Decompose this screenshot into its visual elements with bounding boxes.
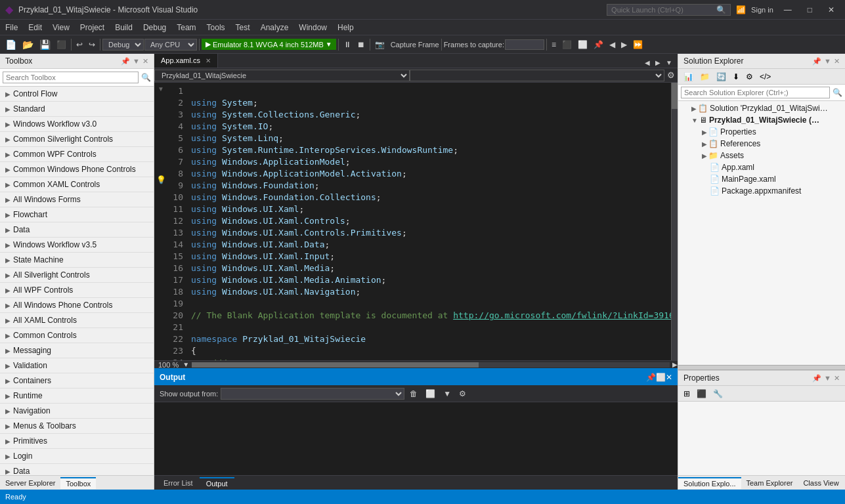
- tab-close-app[interactable]: ✕: [206, 57, 211, 64]
- solution-arrow[interactable]: ▶: [691, 105, 697, 112]
- code-content[interactable]: using System; using System.Collections.G…: [186, 83, 671, 360]
- collapse-marker[interactable]: ▼: [158, 85, 164, 93]
- toolbox-section-header-12[interactable]: ▶ All Silverlight Controls: [0, 268, 154, 282]
- toolbox-pin-icon[interactable]: 📌: [121, 57, 130, 66]
- toolbox-close-icon[interactable]: ✕: [142, 57, 148, 66]
- menu-debug[interactable]: Debug: [138, 21, 171, 34]
- menu-build[interactable]: Build: [110, 21, 138, 34]
- toolbox-section-header-6[interactable]: ▶ Common XAML Controls: [0, 177, 154, 192]
- toolbar-extra-btn4[interactable]: 📌: [591, 39, 606, 51]
- pause-btn[interactable]: ⏸: [341, 39, 354, 51]
- toolbar-extra-btn2[interactable]: ⬛: [559, 39, 574, 51]
- props-events-btn[interactable]: 🔧: [710, 388, 726, 400]
- toolbox-section-header-17[interactable]: ▶ Messaging: [0, 343, 154, 358]
- se-tab-class[interactable]: Class View: [798, 478, 844, 488]
- server-explorer-tab[interactable]: Server Explorer: [0, 478, 60, 488]
- toolbox-section-header-16[interactable]: ▶ Common Controls: [0, 328, 154, 343]
- se-properties-btn[interactable]: 📊: [681, 71, 696, 83]
- editor-options-btn[interactable]: ⚙: [664, 70, 678, 80]
- toolbox-section-header-3[interactable]: ▶ Common Silverlight Controls: [0, 132, 154, 146]
- output-pin-btn[interactable]: 📌: [646, 373, 656, 382]
- redo-btn[interactable]: ↪: [86, 39, 98, 51]
- menu-project[interactable]: Project: [75, 21, 110, 34]
- file-nav-right[interactable]: [410, 70, 665, 81]
- menu-window[interactable]: Window: [293, 21, 332, 34]
- toolbox-section-header-11[interactable]: ▶ State Machine: [0, 253, 154, 267]
- toolbox-section-header-2[interactable]: ▶ Windows Workflow v3.0: [0, 117, 154, 131]
- tree-mainpage-xaml[interactable]: 📄 MainPage.xaml: [678, 173, 845, 185]
- tab-error-list[interactable]: Error List: [157, 478, 200, 488]
- close-btn[interactable]: ✕: [823, 4, 840, 16]
- se-tab-solution[interactable]: Solution Explo...: [678, 477, 741, 489]
- run-btn[interactable]: ▶ Emulator 8.1 WVGA 4 inch 512MB ▼: [202, 39, 336, 50]
- props-grid-btn[interactable]: ⊞: [681, 388, 693, 400]
- toolbar-extra-btn3[interactable]: ⬜: [575, 39, 590, 51]
- props-close[interactable]: ✕: [834, 374, 840, 383]
- se-settings-btn[interactable]: ⚙: [743, 71, 756, 83]
- menu-tools[interactable]: Tools: [202, 21, 230, 34]
- output-source-select[interactable]: [221, 388, 404, 400]
- toolbox-section-header-8[interactable]: ▶ Flowchart: [0, 207, 154, 222]
- toolbox-section-header-18[interactable]: ▶ Validation: [0, 358, 154, 373]
- new-project-btn[interactable]: 📄: [3, 38, 19, 51]
- zoom-dropdown[interactable]: ▼: [183, 361, 189, 368]
- toolbox-section-header-5[interactable]: ▶ Common Windows Phone Controls: [0, 162, 154, 177]
- save-all-btn[interactable]: ⬛: [54, 39, 69, 51]
- output-wrap-btn[interactable]: ⬜: [423, 388, 438, 400]
- toolbox-section-header-15[interactable]: ▶ All XAML Controls: [0, 313, 154, 327]
- toolbox-section-header-14[interactable]: ▶ All Windows Phone Controls: [0, 298, 154, 312]
- tree-properties[interactable]: ▶ 📄 Properties: [678, 126, 845, 138]
- se-tab-team[interactable]: Team Explorer: [741, 478, 798, 488]
- hscroll-right[interactable]: ▶: [672, 361, 678, 368]
- file-nav-left[interactable]: Przyklad_01_WitajSwiecie: [154, 70, 410, 81]
- props-pin[interactable]: 📌: [812, 374, 821, 383]
- open-btn[interactable]: 📂: [20, 38, 36, 51]
- tree-app-xaml[interactable]: 📄 App.xaml: [678, 161, 845, 173]
- toolbox-section-header-25[interactable]: ▶ Data: [0, 464, 154, 475]
- output-settings-btn[interactable]: ⚙: [456, 388, 469, 400]
- toolbox-section-header-21[interactable]: ▶ Navigation: [0, 404, 154, 418]
- toolbox-section-header-22[interactable]: ▶ Menus & Toolbars: [0, 419, 154, 433]
- tree-project[interactable]: ▼ 🖥 Przyklad_01_WitajSwiecie (Window: [678, 114, 845, 126]
- props-options[interactable]: ▼: [824, 374, 831, 383]
- se-show-files-btn[interactable]: 📁: [697, 71, 712, 83]
- menu-analyze[interactable]: Analyze: [255, 21, 294, 34]
- undo-btn[interactable]: ↩: [74, 39, 85, 51]
- toolbox-search-icon[interactable]: 🔍: [141, 73, 151, 82]
- output-filter-btn[interactable]: ▼: [441, 388, 454, 400]
- toolbox-section-header-7[interactable]: ▶ All Windows Forms: [0, 192, 154, 207]
- minimize-btn[interactable]: —: [779, 4, 797, 16]
- save-btn[interactable]: 💾: [37, 38, 53, 51]
- menu-view[interactable]: View: [47, 21, 75, 34]
- toolbox-section-header-0[interactable]: ▶ Control Flow: [0, 87, 154, 101]
- references-arrow[interactable]: ▶: [702, 140, 707, 148]
- se-refresh-btn[interactable]: 🔄: [714, 71, 729, 83]
- toolbox-section-header-19[interactable]: ▶ Containers: [0, 373, 154, 388]
- tab-app-xaml-cs[interactable]: App.xaml.cs ✕: [154, 54, 218, 68]
- frames-input[interactable]: [505, 39, 544, 50]
- assets-arrow[interactable]: ▶: [702, 152, 707, 159]
- hscrollbar[interactable]: [192, 362, 670, 368]
- sign-in[interactable]: Sign in: [751, 6, 773, 14]
- stop-btn[interactable]: ⏹: [355, 39, 368, 51]
- toolbox-section-header-24[interactable]: ▶ Login: [0, 449, 154, 463]
- toolbox-section-header-9[interactable]: ▶ Data: [0, 222, 154, 237]
- tree-references[interactable]: ▶ 📋 References: [678, 138, 845, 150]
- se-search-input[interactable]: [681, 87, 830, 98]
- output-float-btn[interactable]: ⬜: [656, 373, 666, 382]
- tab-scroll-right[interactable]: ▶: [653, 58, 663, 68]
- menu-test[interactable]: Test: [230, 21, 255, 34]
- toolbox-section-header-23[interactable]: ▶ Primitives: [0, 434, 154, 448]
- output-clear-btn[interactable]: 🗑: [407, 388, 420, 400]
- tab-dropdown[interactable]: ▼: [663, 58, 675, 68]
- platform-dropdown[interactable]: Any CPU: [144, 39, 197, 51]
- se-pin-icon[interactable]: 📌: [812, 57, 821, 66]
- menu-edit[interactable]: Edit: [23, 21, 47, 34]
- camera-btn[interactable]: 📷: [372, 39, 387, 51]
- maximize-btn[interactable]: □: [802, 4, 817, 16]
- se-collapse-btn[interactable]: ⬇: [730, 71, 742, 83]
- menu-team[interactable]: Team: [171, 21, 201, 34]
- tree-assets[interactable]: ▶ 📁 Assets: [678, 150, 845, 161]
- se-xml-btn[interactable]: </>: [757, 71, 773, 83]
- se-close-icon[interactable]: ✕: [834, 57, 840, 66]
